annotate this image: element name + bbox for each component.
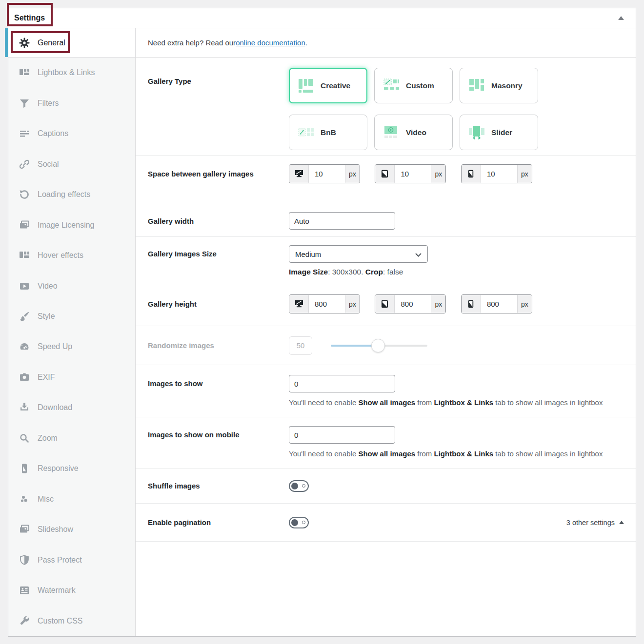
lightbox-hint: You'll need to enable Show all images fr… <box>289 449 603 458</box>
sidebar-item-watermark[interactable]: Watermark <box>8 575 135 605</box>
sidebar-item-social[interactable]: Social <box>8 149 135 179</box>
gallery-type-card-video[interactable]: Video <box>374 115 453 150</box>
other-settings-link[interactable]: 3 other settings <box>566 519 624 527</box>
gallery-images-size-controls: Medium Image Size: 300x300. Crop: false <box>289 245 428 282</box>
sidebar-item-label: Filters <box>38 99 59 108</box>
space-mobile-group: px <box>461 164 532 183</box>
height-desktop-group: px <box>289 294 360 313</box>
gallery-width-input[interactable] <box>289 212 395 230</box>
sidebar-item-captions[interactable]: Captions <box>8 118 135 149</box>
sidebar-item-pass-protect[interactable]: Pass Protect <box>8 545 135 575</box>
hint-bold: Lightbox & Links <box>434 449 494 458</box>
gallery-type-cards: Creative Custom Masonry <box>289 68 538 155</box>
panel-header: Settings <box>8 8 636 28</box>
hint-text: You'll need to enable <box>289 449 358 458</box>
hint-text: You'll need to enable <box>289 398 358 407</box>
sidebar-item-label: Lightbox & Links <box>38 68 95 77</box>
images-to-show-row: Images to show You'll need to enable Sho… <box>136 365 636 417</box>
hint-bold: Show all images <box>358 449 415 458</box>
brush-icon <box>19 311 30 322</box>
play-icon <box>19 281 30 292</box>
sidebar: General Lightbox & Links Filters <box>8 28 136 636</box>
image-size-hint: Image Size: 300x300. Crop: false <box>289 268 428 276</box>
gallery-type-card-custom[interactable]: Custom <box>374 68 453 103</box>
sidebar-item-label: Loading effects <box>38 190 90 199</box>
hint-text: from <box>415 449 434 458</box>
height-mobile-input[interactable] <box>481 295 517 313</box>
images-to-show-mobile-row: Images to show on mobile You'll need to … <box>136 417 636 468</box>
dots-cluster-icon <box>19 494 30 505</box>
settings-content: Need extra help? Read our online documen… <box>136 28 636 636</box>
gallery-type-card-label: Creative <box>321 81 350 90</box>
gallery-type-card-slider[interactable]: Slider <box>460 115 538 150</box>
space-tablet-input[interactable] <box>395 165 431 183</box>
height-desktop-input[interactable] <box>309 295 345 313</box>
sidebar-item-label: Misc <box>38 495 54 504</box>
magnifier-icon <box>19 433 30 444</box>
slider-handle[interactable] <box>371 339 385 352</box>
gallery-images-size-label: Gallery Images Size <box>148 245 289 282</box>
space-mobile-input[interactable] <box>481 165 517 183</box>
online-documentation-link[interactable]: online documentation <box>236 39 305 47</box>
images-to-show-input[interactable] <box>289 375 395 392</box>
sidebar-item-style[interactable]: Style <box>8 301 135 332</box>
randomize-images-label: Randomize images <box>148 341 289 350</box>
space-between-controls: px px <box>289 164 545 205</box>
gallery-type-card-bnb[interactable]: BnB <box>289 115 367 150</box>
gallery-images-size-select[interactable]: Medium <box>289 245 428 263</box>
sidebar-item-filters[interactable]: Filters <box>8 88 135 118</box>
crop-hint-bold: Crop <box>365 268 383 276</box>
collapse-panel-button[interactable] <box>615 12 627 24</box>
sidebar-item-custom-css[interactable]: Custom CSS <box>8 605 135 636</box>
sidebar-item-download[interactable]: Download <box>8 392 135 423</box>
sidebar-item-responsive[interactable]: Responsive <box>8 453 135 484</box>
triangle-up-icon <box>619 521 624 524</box>
sidebar-item-exif[interactable]: EXIF <box>8 362 135 392</box>
px-unit-label: px <box>517 165 532 183</box>
text-lines-icon <box>19 128 30 139</box>
shuffle-images-toggle[interactable] <box>289 480 309 492</box>
sidebar-item-label: Social <box>38 160 59 169</box>
active-tab-accent-bar <box>5 28 8 57</box>
sidebar-item-general[interactable]: General <box>8 28 135 58</box>
mobile-icon <box>462 165 481 183</box>
gallery-images-size-row: Gallery Images Size Medium Image Size: 3… <box>136 237 636 282</box>
desktop-icon <box>289 295 309 313</box>
toggle-hole <box>302 484 305 488</box>
sidebar-item-zoom[interactable]: Zoom <box>8 423 135 453</box>
shield-icon <box>19 555 30 566</box>
hint-text: tab to show all images in lightbox <box>493 398 603 407</box>
sidebar-item-label: Image Licensing <box>38 221 95 230</box>
empty-area <box>136 542 636 636</box>
download-icon <box>19 402 30 413</box>
sidebar-item-image-licensing[interactable]: Image Licensing <box>8 210 135 240</box>
gallery-type-card-label: BnB <box>321 128 336 137</box>
sidebar-item-misc[interactable]: Misc <box>8 484 135 514</box>
enable-pagination-toggle[interactable] <box>289 517 309 528</box>
sidebar-item-label: Watermark <box>38 586 76 595</box>
sidebar-item-speed-up[interactable]: Speed Up <box>8 332 135 362</box>
sidebar-item-label: Download <box>38 403 72 412</box>
height-tablet-input[interactable] <box>395 295 431 313</box>
sidebar-item-video[interactable]: Video <box>8 271 135 301</box>
gallery-width-row: Gallery width <box>136 205 636 237</box>
images-to-show-mobile-controls: You'll need to enable Show all images fr… <box>289 426 603 468</box>
space-between-label: Space between gallery images <box>148 164 289 205</box>
randomize-slider[interactable] <box>331 339 427 352</box>
enable-pagination-row: Enable pagination 3 other settings <box>136 504 636 542</box>
triangle-up-icon <box>618 16 624 20</box>
images-to-show-mobile-input[interactable] <box>289 426 395 444</box>
sidebar-item-slideshow[interactable]: Slideshow <box>8 514 135 545</box>
help-text-suffix: . <box>305 39 307 47</box>
gallery-type-icon-masonry <box>466 76 487 96</box>
sidebar-item-label: Speed Up <box>38 342 72 351</box>
sidebar-item-loading-effects[interactable]: Loading effects <box>8 179 135 210</box>
gallery-type-card-masonry[interactable]: Masonry <box>460 68 538 103</box>
px-unit-label: px <box>517 295 532 313</box>
sidebar-item-hover-effects[interactable]: Hover effects <box>8 240 135 271</box>
sidebar-item-lightbox-links[interactable]: Lightbox & Links <box>8 58 135 88</box>
images-to-show-mobile-label: Images to show on mobile <box>148 426 289 468</box>
gallery-type-card-creative[interactable]: Creative <box>289 68 367 103</box>
space-desktop-input[interactable] <box>309 165 345 183</box>
enable-pagination-label: Enable pagination <box>148 518 289 527</box>
